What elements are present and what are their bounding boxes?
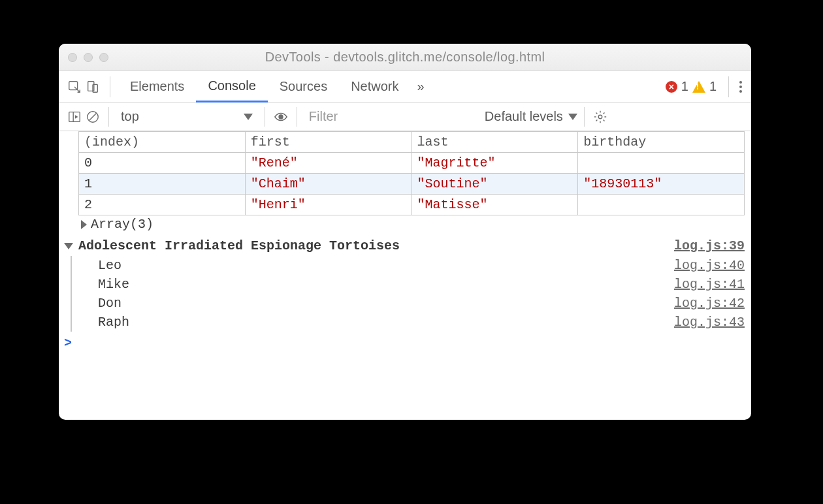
console-output: (index) first last birthday 0 "René" "Ma… (59, 131, 751, 420)
th-index[interactable]: (index) (79, 132, 246, 153)
device-toggle-icon[interactable] (84, 78, 102, 96)
source-link[interactable]: log.js:43 (674, 315, 745, 330)
cell-first: "Chaim" (245, 174, 412, 195)
cell-birthday (578, 195, 745, 215)
separator (584, 107, 585, 127)
table-row[interactable]: 2 "Henri" "Matisse" (79, 195, 745, 215)
log-line: Mike log.js:41 (98, 275, 745, 294)
log-text: Mike (98, 277, 129, 292)
tab-elements[interactable]: Elements (118, 71, 196, 102)
settings-gear-icon[interactable] (591, 108, 609, 126)
separator (110, 76, 110, 97)
cell-index: 0 (79, 153, 246, 174)
max-dot[interactable] (99, 53, 108, 62)
clear-console-icon[interactable] (84, 108, 102, 126)
table-row[interactable]: 1 "Chaim" "Soutine" "18930113" (79, 174, 745, 195)
titlebar: DevTools - devtools.glitch.me/console/lo… (59, 44, 751, 71)
warning-count: 1 (709, 79, 717, 94)
console-group-body: Leo log.js:40 Mike log.js:41 Don log.js:… (71, 256, 745, 332)
source-link[interactable]: log.js:40 (674, 258, 745, 273)
status-counts[interactable]: × 1 1 (666, 79, 717, 94)
disclosure-down-icon (64, 243, 73, 249)
traffic-lights (68, 53, 108, 62)
disclosure-right-icon (81, 220, 87, 229)
table-header-row: (index) first last birthday (79, 132, 745, 153)
close-dot[interactable] (68, 53, 77, 62)
source-link[interactable]: log.js:41 (674, 277, 745, 292)
filter-input[interactable] (304, 106, 479, 127)
window-title: DevTools - devtools.glitch.me/console/lo… (68, 50, 742, 65)
main-tabbar: Elements Console Sources Network » × 1 1 (59, 71, 751, 102)
log-text: Don (98, 296, 121, 311)
cell-last: "Soutine" (412, 174, 578, 195)
tab-console[interactable]: Console (196, 71, 267, 102)
array-summary[interactable]: Array(3) (78, 215, 745, 236)
cell-birthday: "18930113" (578, 174, 745, 195)
th-birthday[interactable]: birthday (578, 132, 745, 153)
levels-dropdown[interactable]: Default levels (485, 109, 577, 124)
min-dot[interactable] (84, 53, 93, 62)
separator (108, 107, 109, 127)
array-summary-text: Array(3) (91, 217, 153, 232)
svg-marker-5 (75, 115, 78, 119)
separator (297, 107, 297, 127)
levels-label: Default levels (485, 109, 563, 124)
error-icon: × (666, 81, 677, 93)
svg-point-8 (278, 114, 283, 119)
cell-index: 2 (79, 195, 246, 215)
error-count: 1 (681, 79, 688, 94)
cell-birthday (578, 153, 745, 174)
inspect-icon[interactable] (65, 78, 84, 96)
log-line: Raph log.js:43 (98, 313, 745, 332)
devtools-window: DevTools - devtools.glitch.me/console/lo… (59, 44, 751, 420)
svg-line-7 (89, 113, 97, 120)
tabs-overflow[interactable]: » (411, 71, 431, 102)
tab-sources[interactable]: Sources (268, 71, 339, 102)
th-last[interactable]: last (412, 132, 578, 153)
separator (265, 107, 265, 127)
log-line: Leo log.js:40 (98, 256, 745, 275)
cell-last: "Matisse" (412, 195, 578, 215)
group-title: Adolescent Irradiated Espionage Tortoise… (78, 238, 400, 253)
cell-last: "Magritte" (412, 153, 578, 174)
console-table: (index) first last birthday 0 "René" "Ma… (78, 131, 745, 215)
console-group-header[interactable]: Adolescent Irradiated Espionage Tortoise… (78, 236, 745, 256)
cell-index: 1 (79, 174, 246, 195)
svg-point-9 (598, 115, 602, 119)
live-expression-icon[interactable] (272, 108, 290, 126)
table-row[interactable]: 0 "René" "Magritte" (79, 153, 745, 174)
console-prompt[interactable]: > (64, 332, 745, 351)
log-text: Raph (98, 315, 129, 330)
log-text: Leo (98, 258, 121, 273)
context-label: top (121, 109, 139, 124)
tab-network[interactable]: Network (339, 71, 410, 102)
menu-kebab-icon[interactable] (737, 81, 745, 93)
separator (728, 76, 729, 97)
context-dropdown[interactable]: top (116, 109, 258, 124)
chevron-down-icon (244, 114, 253, 120)
cell-first: "Henri" (245, 195, 412, 215)
log-line: Don log.js:42 (98, 294, 745, 313)
cell-first: "René" (245, 153, 412, 174)
source-link[interactable]: log.js:42 (674, 296, 745, 311)
warning-icon (692, 81, 705, 93)
chevron-down-icon (568, 114, 577, 120)
th-first[interactable]: first (245, 132, 412, 153)
svg-rect-3 (69, 112, 80, 121)
console-toolbar: top Default levels (59, 102, 751, 131)
source-link[interactable]: log.js:39 (674, 238, 745, 253)
sidebar-toggle-icon[interactable] (65, 108, 84, 126)
